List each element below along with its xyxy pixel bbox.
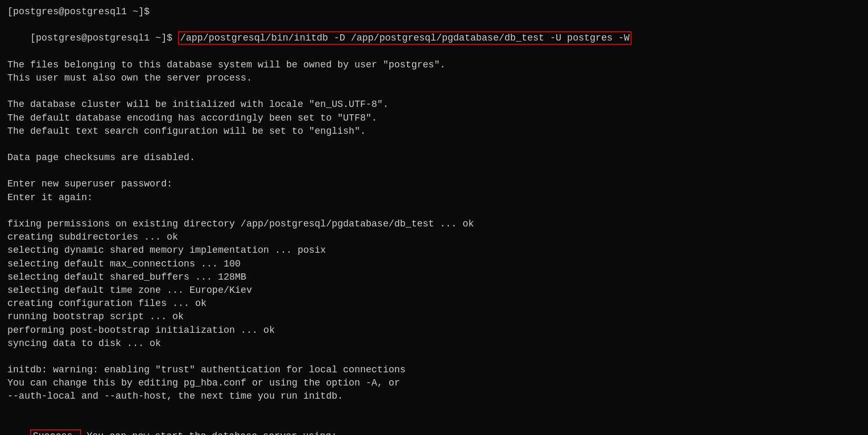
terminal-line-10: Data page checksums are disabled. [7, 151, 861, 164]
terminal-line-19: selecting default shared_buffers ... 128… [7, 271, 861, 284]
terminal-line-1: [postgres@postgresql1 ~]$ [7, 5, 861, 18]
terminal-line-7: The default database encoding has accord… [7, 112, 861, 125]
terminal-line-8: The default text search configuration wi… [7, 125, 861, 138]
terminal-line-9 [7, 138, 861, 151]
success-badge: Success. [30, 429, 81, 435]
terminal-line-11 [7, 164, 861, 177]
terminal-line-21: creating configuration files ... ok [7, 297, 861, 310]
terminal-line-15: fixing permissions on existing directory… [7, 217, 861, 231]
terminal: [postgres@postgresql1 ~]$ [postgres@post… [7, 5, 861, 435]
terminal-line-28: --auth-local and --auth-host, the next t… [7, 390, 861, 403]
terminal-line-27: You can change this by editing pg_hba.co… [7, 377, 861, 390]
terminal-line-14 [7, 204, 861, 217]
terminal-line-18: selecting default max_connections ... 10… [7, 258, 861, 271]
terminal-line-4: This user must also own the server proce… [7, 72, 861, 85]
terminal-line-3: The files belonging to this database sys… [7, 58, 861, 72]
terminal-line-30: Success. You can now start the database … [7, 417, 861, 435]
terminal-line-5 [7, 85, 861, 98]
terminal-line-2: [postgres@postgresql1 ~]$ /app/postgresq… [7, 18, 861, 58]
terminal-line-29 [7, 403, 861, 417]
terminal-line-13: Enter it again: [7, 191, 861, 204]
terminal-line-22: running bootstrap script ... ok [7, 310, 861, 323]
terminal-line-25 [7, 350, 861, 363]
prompt: [postgres@postgresql1 ~]$ [30, 33, 178, 43]
command-highlighted: /app/postgresql/bin/initdb -D /app/postg… [178, 31, 632, 45]
terminal-line-26: initdb: warning: enabling "trust" authen… [7, 363, 861, 377]
terminal-line-23: performing post-bootstrap initialization… [7, 324, 861, 337]
terminal-line-16: creating subdirectories ... ok [7, 231, 861, 244]
success-rest: You can now start the database server us… [81, 431, 337, 435]
terminal-line-12: Enter new superuser password: [7, 177, 861, 191]
terminal-line-17: selecting dynamic shared memory implemen… [7, 244, 861, 257]
terminal-line-6: The database cluster will be initialized… [7, 98, 861, 111]
terminal-line-20: selecting default time zone ... Europe/K… [7, 284, 861, 297]
terminal-line-24: syncing data to disk ... ok [7, 337, 861, 350]
